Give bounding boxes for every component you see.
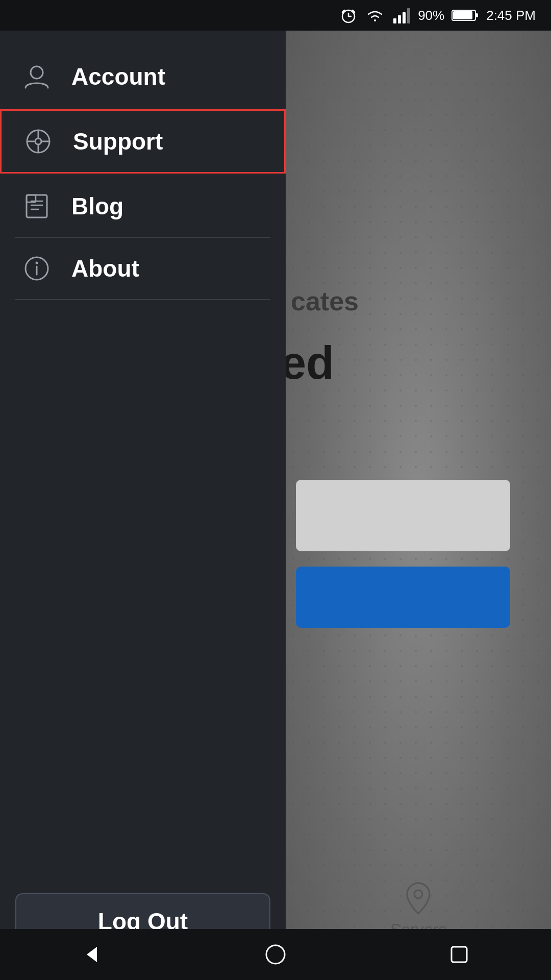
- blog-label: Blog: [71, 192, 123, 220]
- svg-rect-32: [452, 947, 467, 962]
- svg-marker-30: [87, 947, 97, 962]
- svg-rect-6: [398, 15, 401, 23]
- main-blue-button: [296, 567, 510, 628]
- svg-point-31: [266, 945, 285, 964]
- wifi-icon: [365, 6, 385, 24]
- recent-button[interactable]: [439, 934, 480, 975]
- main-input-box: [296, 480, 510, 551]
- drawer: Account Support: [0, 31, 286, 980]
- recent-icon: [446, 942, 472, 967]
- svg-point-17: [35, 138, 41, 144]
- drawer-menu: Account Support: [0, 31, 286, 878]
- battery-text: 90%: [418, 8, 444, 23]
- support-label: Support: [73, 128, 163, 155]
- svg-rect-11: [453, 11, 472, 19]
- svg-rect-10: [475, 13, 478, 17]
- blog-icon: [20, 190, 53, 223]
- battery-icon: [452, 8, 479, 22]
- main-content: cates ed Servers: [286, 31, 551, 980]
- partial-text-2: ed: [286, 337, 334, 389]
- account-label: Account: [71, 63, 165, 90]
- svg-rect-5: [393, 18, 396, 23]
- svg-point-14: [414, 890, 422, 898]
- svg-rect-7: [403, 12, 406, 23]
- location-icon: [403, 880, 434, 916]
- svg-rect-8: [407, 8, 410, 23]
- svg-point-29: [36, 262, 38, 264]
- sidebar-item-blog[interactable]: Blog: [0, 176, 286, 237]
- alarm-icon: [339, 6, 358, 24]
- sidebar-item-about[interactable]: About: [0, 238, 286, 299]
- home-button[interactable]: [255, 934, 296, 975]
- time-text: 2:45 PM: [486, 8, 536, 23]
- nav-bar: [0, 929, 551, 980]
- about-label: About: [71, 255, 139, 282]
- status-icons: 90% 2:45 PM: [339, 6, 536, 24]
- status-bar: 90% 2:45 PM: [0, 0, 551, 31]
- partial-text-1: cates: [291, 286, 359, 316]
- about-icon: [20, 252, 53, 285]
- svg-rect-22: [27, 195, 47, 217]
- main-bg: cates ed Servers: [286, 31, 551, 980]
- account-icon: [20, 60, 53, 93]
- sidebar-item-support[interactable]: Support: [0, 109, 286, 174]
- signal-icon: [392, 6, 411, 24]
- sidebar-item-account[interactable]: Account: [0, 46, 286, 107]
- svg-point-15: [31, 66, 43, 79]
- back-button[interactable]: [71, 934, 112, 975]
- home-icon: [263, 942, 288, 967]
- support-icon: [22, 125, 55, 158]
- divider-2: [15, 299, 270, 300]
- back-icon: [79, 942, 105, 967]
